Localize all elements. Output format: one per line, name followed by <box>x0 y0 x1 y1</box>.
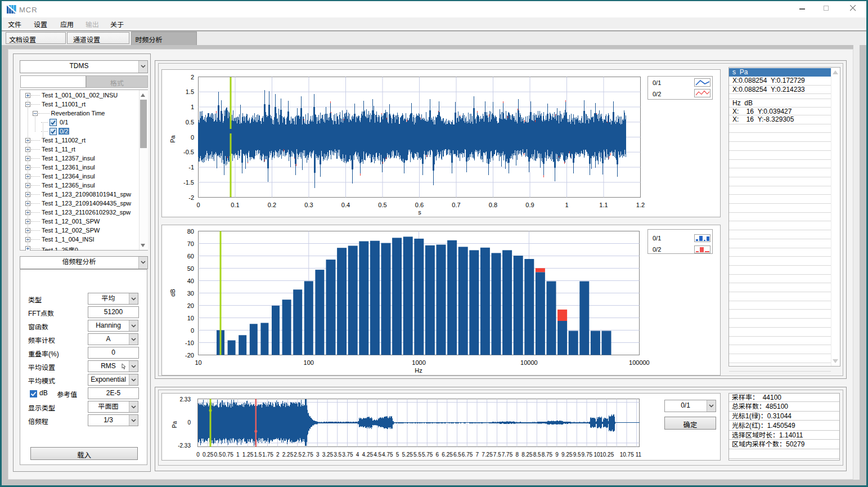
svg-text:0.5: 0.5 <box>186 119 194 126</box>
svg-text:0/1: 0/1 <box>653 79 661 86</box>
svg-text:10.75: 10.75 <box>620 452 634 458</box>
svg-text:Pa: Pa <box>172 421 178 428</box>
svg-text:70: 70 <box>187 240 194 247</box>
svg-text:1.5: 1.5 <box>186 88 194 95</box>
svg-text:0.3: 0.3 <box>304 202 313 208</box>
svg-text:2: 2 <box>276 452 280 458</box>
svg-text:3.25: 3.25 <box>322 452 334 458</box>
svg-text:10: 10 <box>187 315 194 321</box>
svg-text:-1: -1 <box>188 164 194 171</box>
svg-text:0.1: 0.1 <box>231 202 239 208</box>
svg-text:10.25: 10.25 <box>600 452 614 458</box>
svg-text:8.5: 8.5 <box>533 452 541 458</box>
svg-text:2.33: 2.33 <box>180 396 191 403</box>
svg-text:0.2: 0.2 <box>268 202 276 208</box>
svg-text:0.9: 0.9 <box>525 202 534 208</box>
svg-text:0.5: 0.5 <box>214 452 222 458</box>
svg-text:4.5: 4.5 <box>374 452 381 458</box>
svg-text:10000: 10000 <box>520 359 538 366</box>
svg-text:60: 60 <box>187 253 194 260</box>
svg-text:5: 5 <box>396 452 399 458</box>
svg-text:3.75: 3.75 <box>342 452 353 458</box>
svg-text:6.25: 6.25 <box>442 452 453 458</box>
svg-text:0.5: 0.5 <box>378 202 386 208</box>
svg-text:6.5: 6.5 <box>453 452 461 458</box>
svg-text:1: 1 <box>565 202 568 208</box>
svg-text:7: 7 <box>476 452 479 458</box>
svg-text:9.25: 9.25 <box>561 452 573 458</box>
svg-text:0.4: 0.4 <box>341 202 350 208</box>
svg-text:11: 11 <box>636 452 642 458</box>
svg-text:-20: -20 <box>185 352 194 359</box>
svg-text:40: 40 <box>187 278 194 284</box>
svg-text:dB: dB <box>169 289 176 296</box>
svg-text:0: 0 <box>196 202 200 208</box>
svg-text:8: 8 <box>515 452 519 458</box>
svg-text:10: 10 <box>195 359 201 366</box>
svg-text:1000: 1000 <box>412 359 425 366</box>
svg-text:0: 0 <box>191 134 194 141</box>
svg-text:0.8: 0.8 <box>489 202 497 208</box>
svg-text:9.75: 9.75 <box>582 452 593 458</box>
svg-text:8.75: 8.75 <box>542 452 553 458</box>
svg-text:0.75: 0.75 <box>222 452 233 458</box>
svg-text:4.25: 4.25 <box>362 452 374 458</box>
svg-text:2.25: 2.25 <box>282 452 294 458</box>
svg-text:100000: 100000 <box>629 359 650 366</box>
svg-text:2.5: 2.5 <box>294 452 302 458</box>
svg-text:1.1: 1.1 <box>599 202 608 208</box>
svg-text:1.5: 1.5 <box>254 452 262 458</box>
svg-text:4: 4 <box>356 452 359 458</box>
svg-text:7.75: 7.75 <box>502 452 513 458</box>
svg-text:4.75: 4.75 <box>382 452 393 458</box>
svg-text:-0.5: -0.5 <box>183 149 194 155</box>
svg-text:7.25: 7.25 <box>482 452 493 458</box>
svg-text:Pa: Pa <box>169 135 176 142</box>
svg-text:9: 9 <box>555 452 559 458</box>
svg-text:Hz: Hz <box>415 367 422 374</box>
svg-text:0: 0 <box>196 452 200 458</box>
svg-text:0/2: 0/2 <box>653 246 661 253</box>
svg-text:6: 6 <box>436 452 439 458</box>
svg-text:1.25: 1.25 <box>242 452 254 458</box>
svg-text:0/1: 0/1 <box>653 235 661 242</box>
svg-text:1.75: 1.75 <box>262 452 273 458</box>
svg-text:3.5: 3.5 <box>334 452 341 458</box>
svg-text:0.6: 0.6 <box>415 202 424 208</box>
svg-text:2: 2 <box>191 74 194 81</box>
svg-text:0.7: 0.7 <box>452 202 460 208</box>
svg-text:50: 50 <box>187 265 194 272</box>
svg-text:0/2: 0/2 <box>653 91 661 97</box>
svg-text:0.25: 0.25 <box>203 452 214 458</box>
svg-text:8.25: 8.25 <box>521 452 533 458</box>
svg-text:5.25: 5.25 <box>402 452 413 458</box>
svg-text:1: 1 <box>191 104 194 110</box>
svg-text:80: 80 <box>187 228 194 235</box>
svg-text:-10: -10 <box>185 339 194 346</box>
svg-text:9.5: 9.5 <box>573 452 581 458</box>
svg-text:1: 1 <box>236 452 240 458</box>
svg-text:30: 30 <box>187 290 194 297</box>
svg-text:7.5: 7.5 <box>493 452 501 458</box>
svg-text:s: s <box>418 209 421 216</box>
svg-text:0: 0 <box>187 419 191 426</box>
svg-text:100: 100 <box>304 359 314 366</box>
svg-text:3: 3 <box>316 452 320 458</box>
svg-text:5.5: 5.5 <box>413 452 421 458</box>
svg-text:5.75: 5.75 <box>422 452 433 458</box>
svg-text:1.2: 1.2 <box>636 202 645 208</box>
svg-text:20: 20 <box>187 302 194 309</box>
svg-text:6.75: 6.75 <box>462 452 473 458</box>
svg-text:-2.33: -2.33 <box>178 443 191 449</box>
svg-text:-2: -2 <box>188 194 194 201</box>
svg-text:0: 0 <box>191 327 194 334</box>
svg-text:2.75: 2.75 <box>302 452 313 458</box>
svg-text:-1.5: -1.5 <box>183 179 194 186</box>
